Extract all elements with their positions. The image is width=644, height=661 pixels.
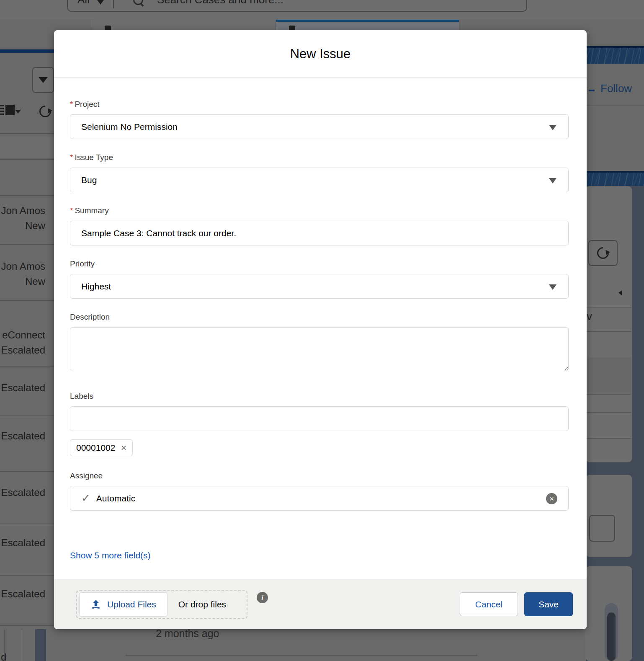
label-pill-text: 00001002 (76, 443, 115, 453)
new-issue-modal: New Issue * Project Selenium No Permissi… (54, 30, 587, 629)
chevron-down-icon (549, 125, 556, 130)
priority-label: Priority (70, 259, 569, 269)
labels-pill-row: 00001002 × (70, 439, 569, 456)
description-label: Description (70, 312, 569, 322)
info-icon[interactable]: i (257, 592, 268, 603)
drop-files-text: Or drop files (178, 599, 226, 609)
label-pill[interactable]: 00001002 × (70, 439, 133, 456)
modal-header: New Issue (54, 30, 587, 78)
save-button[interactable]: Save (524, 592, 573, 616)
summary-label: * Summary (70, 206, 569, 215)
file-dropzone[interactable]: Upload Files Or drop files (76, 590, 247, 619)
priority-value: Highest (81, 281, 111, 292)
modal-title: New Issue (290, 46, 351, 62)
priority-combobox[interactable]: Highest (70, 274, 569, 299)
chevron-down-icon (549, 178, 556, 183)
project-label: * Project (70, 100, 569, 109)
clear-assignee-icon[interactable]: × (546, 493, 557, 504)
check-icon: ✓ (81, 492, 90, 505)
required-asterisk: * (70, 153, 73, 162)
labels-field-group: Labels 00001002 × (70, 392, 569, 456)
summary-input[interactable] (70, 221, 569, 245)
required-asterisk: * (70, 206, 73, 215)
issue-type-value: Bug (81, 175, 97, 185)
labels-search-input[interactable] (70, 406, 569, 431)
issue-type-label: * Issue Type (70, 153, 569, 162)
assignee-combobox[interactable]: ✓ Automatic × (70, 486, 569, 511)
assignee-label: Assignee (70, 471, 569, 480)
cancel-button[interactable]: Cancel (460, 592, 518, 616)
issue-type-field-group: * Issue Type Bug (70, 153, 569, 192)
project-field-group: * Project Selenium No Permission (70, 100, 569, 139)
show-more-fields-link[interactable]: Show 5 more field(s) (70, 550, 151, 560)
project-value: Selenium No Permission (81, 122, 178, 132)
chevron-down-icon (549, 284, 556, 290)
description-textarea[interactable] (70, 327, 569, 371)
modal-body: * Project Selenium No Permission * Issue… (54, 78, 587, 579)
assignee-field-group: Assignee ✓ Automatic × (70, 471, 569, 511)
upload-icon (90, 599, 101, 610)
description-field-group: Description (70, 312, 569, 373)
issue-type-combobox[interactable]: Bug (70, 168, 569, 192)
remove-pill-icon[interactable]: × (121, 443, 126, 453)
priority-field-group: Priority Highest (70, 259, 569, 299)
assignee-value: Automatic (96, 493, 135, 503)
labels-label: Labels (70, 392, 569, 401)
summary-field-group: * Summary (70, 206, 569, 245)
required-asterisk: * (70, 100, 73, 109)
project-combobox[interactable]: Selenium No Permission (70, 114, 569, 139)
modal-footer: Upload Files Or drop files i Cancel Save (54, 579, 587, 629)
upload-files-button[interactable]: Upload Files (79, 592, 167, 617)
